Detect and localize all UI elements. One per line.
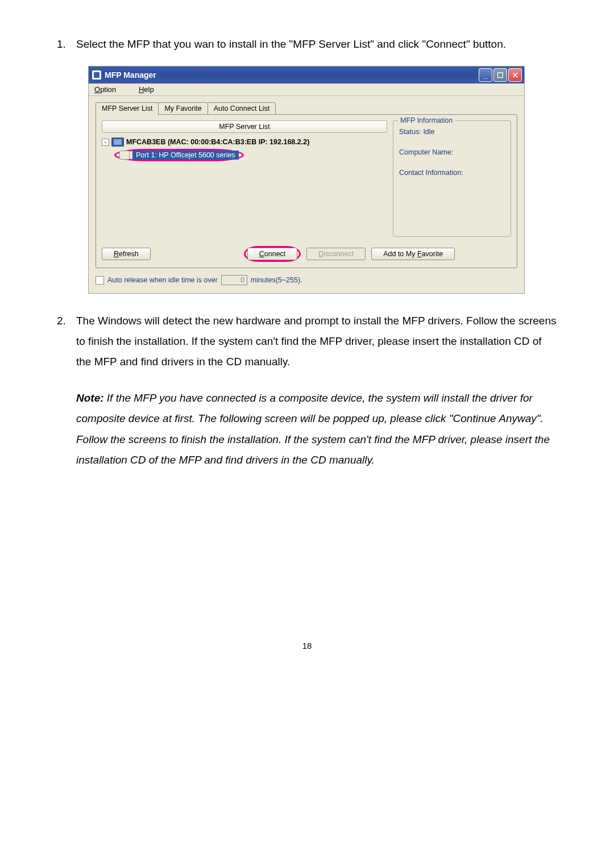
refresh-button[interactable]: Refresh	[102, 248, 151, 260]
close-button[interactable]: ✕	[508, 68, 522, 82]
tab-my-favorite[interactable]: My Favorite	[158, 102, 208, 115]
tabs: MFP Server List My Favorite Auto Connect…	[96, 102, 517, 114]
tab-panel: MFP Server List - MFCAB3EB (MAC: 00:00:B…	[96, 114, 517, 268]
server-tree: - MFCAB3EB (MAC: 00:00:B4:CA:B3:EB IP: 1…	[102, 136, 387, 162]
footer-row: Auto release when idle time is over 0 mi…	[96, 275, 517, 285]
button-row: Refresh Connect Disconnect Add to My Fav…	[102, 246, 511, 262]
connect-button[interactable]: Connect	[247, 248, 298, 260]
menu-option[interactable]: Option	[94, 85, 126, 94]
app-icon	[92, 70, 101, 80]
info-legend: MFP Information	[398, 116, 455, 124]
server-icon	[111, 137, 124, 147]
add-favorite-button[interactable]: Add to My Favorite	[371, 248, 455, 260]
titlebar: MFP Manager _ ☐ ✕	[89, 66, 524, 84]
list-header: MFP Server List	[102, 120, 387, 133]
window-title: MFP Manager	[105, 70, 156, 80]
tree-port-row[interactable]: Port 1: HP Officejet 5600 series	[102, 148, 387, 162]
disconnect-button[interactable]: Disconnect	[306, 248, 366, 260]
printer-icon	[119, 151, 130, 160]
step-1-body: Select the MFP that you wan to install i…	[76, 34, 557, 55]
minutes-label: minutes(5~255).	[251, 276, 302, 284]
info-contact: Contact Information:	[399, 169, 505, 177]
note-text: If the MFP you have connected is a compo…	[76, 392, 550, 465]
info-computer: Computer Name:	[399, 148, 505, 156]
tree-server-row[interactable]: - MFCAB3EB (MAC: 00:00:B4:CA:B3:EB IP: 1…	[102, 136, 387, 148]
auto-release-checkbox[interactable]	[96, 276, 104, 285]
tab-auto-connect[interactable]: Auto Connect List	[208, 102, 276, 115]
tree-server-label: MFCAB3EB (MAC: 00:00:B4:CA:B3:EB IP: 192…	[126, 138, 309, 146]
step-2: 2. The Windows will detect the new hardw…	[57, 311, 557, 372]
menubar: Option Help	[89, 84, 524, 96]
mfp-manager-window: MFP Manager _ ☐ ✕ Option Help MFP Server…	[88, 66, 525, 294]
tab-server-list[interactable]: MFP Server List	[96, 102, 159, 115]
client-area: MFP Server List My Favorite Auto Connect…	[89, 96, 524, 293]
info-status: Status: Idle	[399, 128, 505, 136]
server-list-panel: MFP Server List - MFCAB3EB (MAC: 00:00:B…	[102, 120, 387, 237]
auto-release-label: Auto release when idle time is over	[107, 276, 218, 284]
step-2-body: The Windows will detect the new hardware…	[76, 311, 557, 372]
connect-highlight-oval: Connect	[244, 246, 301, 262]
port-highlight-oval: Port 1: HP Officejet 5600 series	[114, 149, 244, 161]
menu-help[interactable]: Help	[139, 85, 164, 94]
tree-collapse-icon[interactable]: -	[102, 139, 109, 146]
page-number: 18	[57, 641, 557, 650]
minutes-input[interactable]: 0	[221, 275, 247, 285]
step-2-num: 2.	[57, 311, 69, 372]
maximize-button[interactable]: ☐	[493, 68, 507, 82]
step-1-num: 1.	[57, 34, 69, 55]
minimize-button[interactable]: _	[479, 68, 492, 82]
note-label: Note:	[76, 392, 104, 404]
mfp-information-group: MFP Information Status: Idle Computer Na…	[393, 120, 511, 237]
step-1: 1. Select the MFP that you wan to instal…	[57, 34, 557, 55]
tree-port-label: Port 1: HP Officejet 5600 series	[132, 151, 239, 160]
note-block: Note: If the MFP you have connected is a…	[76, 388, 557, 470]
